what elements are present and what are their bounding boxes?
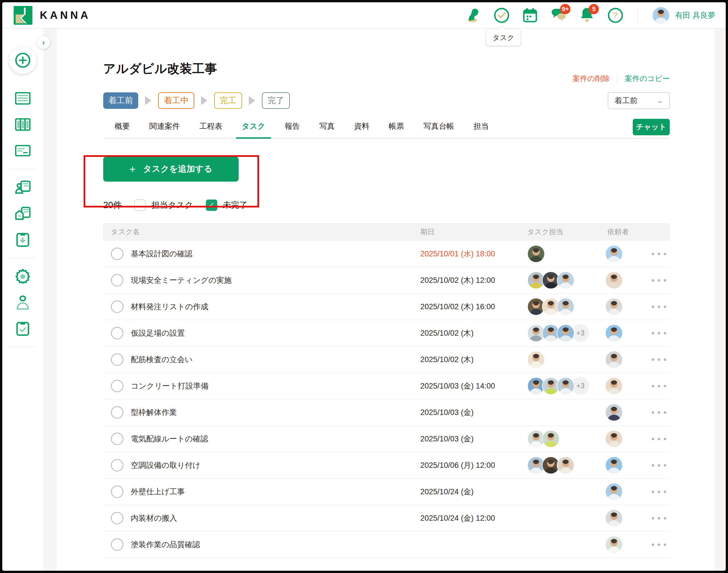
status-pipeline: 着工前着工中完工完了	[103, 92, 290, 109]
status-select[interactable]: 着工前 ⌄	[608, 92, 670, 109]
contacts-icon[interactable]	[15, 179, 31, 195]
sidebar-expand-button[interactable]: ›	[37, 36, 50, 49]
project-detail-panel: アルダビル改装工事 案件の削除 案件のコピー 着工前着工中完工完了 着工前 ⌄	[57, 29, 714, 571]
user-menu[interactable]: 有田 具良夢	[652, 6, 716, 24]
row-menu-button[interactable]: ●●●	[651, 330, 670, 336]
task-assignees	[527, 457, 608, 474]
row-menu-button[interactable]: ●●●	[651, 277, 670, 283]
checkbox-unchecked-icon[interactable]	[134, 200, 146, 211]
checkbox-checked-icon[interactable]: ✓	[206, 200, 217, 211]
row-menu-button[interactable]: ●●●	[651, 409, 670, 416]
tab-資料[interactable]: 資料	[344, 121, 379, 138]
chevron-down-icon: ⌄	[656, 97, 664, 105]
kanna-logo-icon	[14, 6, 33, 25]
add-task-button[interactable]: + タスクを追加する	[103, 157, 239, 181]
avatar	[605, 430, 623, 448]
task-name[interactable]: 現場安全ミーティングの実施	[131, 275, 232, 285]
profile-icon[interactable]	[15, 295, 31, 310]
task-complete-checkbox[interactable]	[111, 380, 124, 392]
status-step-1: 着工前	[103, 92, 138, 109]
task-name[interactable]: 型枠解体作業	[131, 407, 177, 418]
tab-写真[interactable]: 写真	[310, 121, 344, 138]
add-new-button[interactable]	[9, 47, 36, 74]
stamp-approval-icon[interactable]	[465, 7, 481, 23]
company-icon[interactable]	[15, 206, 31, 221]
report-card-icon[interactable]	[15, 143, 31, 158]
avatar	[557, 271, 574, 289]
task-complete-checkbox[interactable]	[111, 406, 124, 419]
tab-タスク[interactable]: タスク	[232, 121, 275, 138]
copy-project-link[interactable]: 案件のコピー	[625, 73, 670, 84]
task-assignees: +3	[527, 377, 608, 395]
chat-button[interactable]: チャット	[633, 119, 670, 135]
row-menu-button[interactable]: ●●●	[651, 250, 670, 257]
filter-担当タスク[interactable]: 担当タスク	[134, 200, 193, 211]
task-name[interactable]: 塗装作業の品質確認	[131, 539, 200, 550]
task-requester	[605, 483, 651, 501]
col-assignee: タスク担当	[527, 227, 608, 237]
add-task-label: タスクを追加する	[143, 163, 212, 175]
tab-関連案件[interactable]: 関連案件	[140, 121, 190, 138]
notification-bell-icon[interactable]: 5	[579, 7, 595, 23]
delete-project-link[interactable]: 案件の削除	[573, 73, 610, 84]
task-due-date: 2025/10/06 (月) 12:00	[420, 460, 527, 470]
table-row: 外壁仕上げ工事 2025/10/24 (金) ●●●	[103, 479, 670, 505]
row-menu-button[interactable]: ●●●	[651, 541, 670, 548]
task-name[interactable]: 材料発注リストの作成	[131, 302, 208, 312]
task-assignees	[527, 351, 608, 368]
task-complete-checkbox[interactable]	[111, 538, 124, 551]
tab-写真台帳[interactable]: 写真台帳	[414, 121, 464, 138]
task-name[interactable]: 電気配線ルートの確認	[131, 434, 208, 444]
table-row: 空調設備の取り付け 2025/10/06 (月) 12:00 ●●●	[103, 452, 670, 479]
task-name[interactable]: コンクリート打設準備	[131, 381, 208, 391]
task-complete-checkbox[interactable]	[111, 327, 124, 340]
task-complete-checkbox[interactable]	[111, 485, 124, 498]
project-list-icon[interactable]	[15, 91, 31, 106]
row-menu-button[interactable]: ●●●	[651, 435, 670, 442]
tab-帳票[interactable]: 帳票	[379, 121, 414, 138]
table-row: 配筋検査の立会い 2025/10/02 (木) ●●●	[103, 347, 670, 373]
task-complete-checkbox[interactable]	[111, 432, 124, 445]
task-name[interactable]: 内装材の搬入	[131, 513, 177, 523]
task-due-date: 2025/10/02 (木) 12:00	[420, 275, 527, 285]
table-row: コンクリート打設準備 2025/10/03 (金) 14:00 +3 ●●●	[103, 373, 670, 399]
task-complete-checkbox[interactable]	[111, 301, 124, 313]
task-check-icon[interactable]	[494, 7, 509, 23]
task-name[interactable]: 外壁仕上げ工事	[131, 486, 185, 497]
row-menu-button[interactable]: ●●●	[651, 356, 670, 363]
task-name[interactable]: 仮設足場の設置	[131, 328, 185, 338]
my-tasks-icon[interactable]	[15, 321, 31, 336]
avatar	[605, 536, 623, 554]
row-menu-button[interactable]: ●●●	[651, 515, 670, 521]
calendar-icon[interactable]	[522, 7, 538, 23]
task-assignees	[527, 245, 608, 263]
task-due-date: 2025/10/02 (木)	[420, 354, 527, 365]
kanna-logo[interactable]: KANNA	[14, 6, 91, 25]
task-table: タスク名 期日 タスク担当 依頼者 基本設計図の確認 2025/10/01 (水…	[103, 223, 670, 558]
task-tooltip: タスク	[486, 30, 521, 46]
task-complete-checkbox[interactable]	[111, 512, 124, 524]
task-complete-checkbox[interactable]	[111, 353, 124, 366]
tab-工程表[interactable]: 工程表	[190, 121, 232, 138]
tab-担当[interactable]: 担当	[464, 121, 498, 138]
row-menu-button[interactable]: ●●●	[651, 303, 670, 310]
task-complete-checkbox[interactable]	[111, 248, 124, 260]
task-name[interactable]: 配筋検査の立会い	[131, 354, 193, 365]
row-menu-button[interactable]: ●●●	[651, 488, 670, 495]
tab-概要[interactable]: 概要	[105, 121, 140, 138]
task-name[interactable]: 空調設備の取り付け	[131, 460, 200, 470]
board-view-icon[interactable]	[15, 117, 31, 132]
settings-gear-icon[interactable]	[15, 269, 31, 284]
tab-報告[interactable]: 報告	[275, 121, 310, 138]
row-menu-button[interactable]: ●●●	[651, 462, 670, 468]
chat-messages-icon[interactable]: 9+	[550, 7, 567, 23]
table-row: 仮設足場の設置 2025/10/02 (木) +3 ●●●	[103, 320, 670, 347]
row-menu-button[interactable]: ●●●	[651, 382, 670, 389]
received-orders-icon[interactable]	[15, 232, 31, 247]
task-complete-checkbox[interactable]	[111, 274, 124, 286]
filter-未完了[interactable]: ✓未完了	[206, 200, 248, 211]
task-complete-checkbox[interactable]	[111, 459, 124, 472]
help-icon[interactable]: ?	[608, 7, 623, 23]
task-due-date: 2025/10/01 (水) 18:00	[420, 249, 527, 259]
task-name[interactable]: 基本設計図の確認	[131, 249, 193, 259]
